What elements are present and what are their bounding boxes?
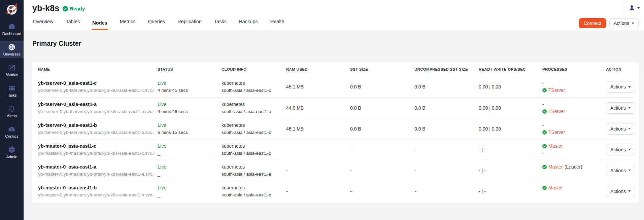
globe-rocket-logo-icon bbox=[5, 3, 19, 16]
process-name[interactable]: Master bbox=[548, 164, 563, 170]
node-sst: 0.0 B bbox=[350, 126, 414, 132]
node-sst: - bbox=[350, 189, 414, 194]
connect-button[interactable]: Connect bbox=[579, 18, 606, 28]
row-actions-button[interactable]: Actions bbox=[606, 81, 635, 93]
node-fqdn: yb-tserver-0.yb-tservers.yb-prod-yb-k8s-… bbox=[38, 130, 154, 135]
user-menu[interactable] bbox=[623, 2, 640, 13]
node-provider: kubernetes bbox=[222, 102, 283, 107]
sidebar-item-alerts[interactable]: Alerts bbox=[0, 102, 24, 120]
process-dash: - bbox=[542, 150, 603, 156]
col-header-read-write-ops: READ | WRITE OPS/SEC bbox=[479, 67, 542, 71]
node-read-write: - | - bbox=[479, 147, 542, 152]
node-name-link[interactable]: yb-master-0_asia-east1-a bbox=[38, 164, 154, 170]
node-fqdn: yb-master-0.yb-masters.yb-prod-yb-k8s-as… bbox=[38, 171, 154, 177]
row-actions-button[interactable]: Actions bbox=[606, 186, 635, 197]
node-name-link[interactable]: yb-tserver-0_asia-east1-a bbox=[38, 102, 154, 107]
node-sst: - bbox=[350, 147, 414, 152]
node-uncompressed-sst: - bbox=[414, 147, 479, 152]
process-check-icon bbox=[542, 186, 547, 190]
process-dash: - bbox=[542, 171, 603, 177]
row-actions-label: Actions bbox=[610, 147, 626, 152]
node-fqdn: yb-tserver-0.yb-tservers.yb-prod-yb-k8s-… bbox=[38, 109, 154, 114]
col-header-cloud-info: CLOUD INFO bbox=[222, 67, 286, 71]
globe-icon bbox=[8, 43, 16, 51]
node-fqdn: yb-master-0.yb-masters.yb-prod-yb-k8s-as… bbox=[38, 192, 154, 198]
row-actions-button[interactable]: Actions bbox=[606, 123, 635, 135]
process-name[interactable]: TServer bbox=[548, 87, 565, 93]
node-status: Live bbox=[158, 102, 218, 107]
tab-queries[interactable]: Queries bbox=[147, 19, 166, 30]
topbar: yb-k8s Ready Overview Tables Nodes Metri… bbox=[24, 0, 644, 30]
tab-nodes[interactable]: Nodes bbox=[92, 20, 108, 30]
chevron-down-icon bbox=[628, 128, 631, 130]
row-actions-button[interactable]: Actions bbox=[606, 144, 635, 155]
tab-tasks[interactable]: Tasks bbox=[213, 19, 227, 30]
process-dash: - bbox=[542, 122, 603, 128]
sidebar-item-label: Tasks bbox=[7, 93, 16, 97]
process-check-icon bbox=[542, 144, 547, 148]
process-dash: - bbox=[542, 192, 603, 198]
row-actions-button[interactable]: Actions bbox=[606, 102, 635, 114]
node-uptime: 4 mins 45 secs bbox=[158, 87, 218, 93]
tab-health[interactable]: Health bbox=[270, 19, 285, 30]
node-region: south-asia / asia-east1-c bbox=[222, 87, 283, 93]
sidebar-item-admin[interactable]: Admin bbox=[0, 143, 24, 161]
process-name[interactable]: TServer bbox=[548, 130, 565, 135]
nodes-content: Primary Cluster Nodes NAME STATUS CLOUD … bbox=[24, 30, 644, 220]
process-leader-suffix: (Leader) bbox=[565, 164, 582, 170]
ready-check-icon bbox=[63, 6, 68, 11]
node-provider: kubernetes bbox=[222, 143, 283, 149]
process-check-icon bbox=[542, 88, 547, 93]
process-name[interactable]: Master bbox=[548, 143, 563, 149]
page-title: Primary Cluster bbox=[32, 40, 81, 47]
node-uncompressed-sst: 0.0 B bbox=[414, 105, 479, 111]
universe-actions-label: Actions bbox=[614, 21, 629, 26]
node-status: Live bbox=[158, 122, 218, 128]
process-check-icon bbox=[542, 165, 547, 169]
node-region: south-asia / asia-east1-a bbox=[222, 109, 283, 114]
chevron-down-icon bbox=[628, 107, 631, 109]
process-name[interactable]: TServer bbox=[548, 109, 565, 114]
col-header-action: ACTION bbox=[606, 67, 632, 71]
tab-tables[interactable]: Tables bbox=[65, 19, 80, 30]
sidebar-item-dashboard[interactable]: Dashboard bbox=[0, 20, 24, 38]
node-name-link[interactable]: yb-tserver-0_asia-east1-c bbox=[38, 80, 154, 86]
node-region: south-asia / asia-east1-b bbox=[222, 130, 283, 135]
node-name-link[interactable]: yb-master-0_asia-east1-b bbox=[38, 185, 154, 191]
row-actions-label: Actions bbox=[610, 105, 626, 111]
process-name[interactable]: Master bbox=[548, 185, 563, 191]
sidebar-item-tasks[interactable]: Tasks bbox=[0, 82, 24, 99]
node-fqdn: yb-tserver-0.yb-tservers.yb-prod-yb-k8s-… bbox=[38, 87, 154, 93]
node-uncompressed-sst: 0.0 B bbox=[414, 126, 479, 132]
topbar-buttons: Connect Actions bbox=[579, 18, 639, 28]
row-actions-button[interactable]: Actions bbox=[606, 165, 635, 176]
table-row: yb-master-0_asia-east1-byb-master-0.yb-m… bbox=[38, 181, 632, 201]
col-header-ram-used: RAM USED bbox=[286, 67, 350, 71]
nodes-table-card: NAME STATUS CLOUD INFO RAM USED SST SIZE… bbox=[32, 62, 639, 204]
node-name-link[interactable]: yb-tserver-0_asia-east1-b bbox=[38, 122, 154, 128]
chevron-down-icon bbox=[628, 86, 631, 88]
tab-metrics[interactable]: Metrics bbox=[119, 19, 136, 30]
process-check-icon bbox=[542, 130, 547, 135]
node-read-write: - | - bbox=[479, 168, 542, 173]
sidebar-item-universes[interactable]: Universes bbox=[0, 41, 24, 58]
node-name-link[interactable]: yb-master-0_asia-east1-c bbox=[38, 143, 154, 149]
sidebar-item-configs[interactable]: Configs bbox=[0, 123, 24, 140]
node-status: Live bbox=[158, 143, 218, 149]
table-row: yb-master-0_asia-east1-ayb-master-0.yb-m… bbox=[38, 160, 632, 181]
universe-actions-button[interactable]: Actions bbox=[609, 18, 639, 28]
sidebar-item-metrics[interactable]: Metrics bbox=[0, 61, 24, 79]
table-row: yb-tserver-0_asia-east1-byb-tserver-0.yb… bbox=[38, 118, 632, 139]
node-sst: - bbox=[350, 168, 414, 173]
chevron-down-icon bbox=[632, 23, 634, 24]
tab-backups[interactable]: Backups bbox=[238, 19, 259, 30]
col-header-processes: PROCESSES bbox=[542, 67, 606, 71]
node-uncompressed-sst: - bbox=[414, 168, 479, 173]
node-provider: kubernetes bbox=[222, 164, 283, 170]
tab-replication[interactable]: Replication bbox=[177, 19, 202, 30]
node-uptime: _ bbox=[158, 171, 218, 177]
sidebar-item-label: Alerts bbox=[7, 114, 16, 118]
yugabyte-logo[interactable] bbox=[0, 1, 24, 17]
tab-overview[interactable]: Overview bbox=[32, 19, 54, 30]
node-ram: - bbox=[286, 168, 350, 173]
